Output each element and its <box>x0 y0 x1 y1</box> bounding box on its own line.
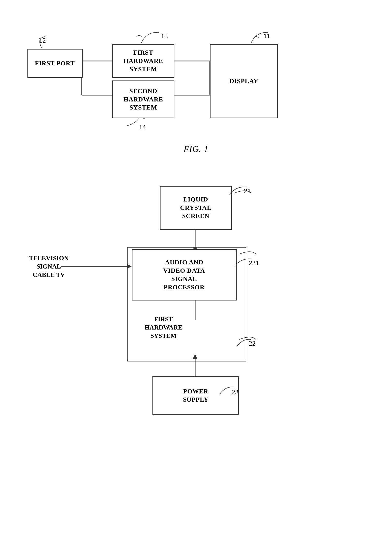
second-hw-box: SECOND HARDWARE SYSTEM <box>112 80 174 118</box>
power-supply-box: POWER SUPPLY <box>152 376 239 415</box>
lcd-label: LIQUID CRYSTAL SCREEN <box>180 195 211 220</box>
label-221: 221 <box>249 259 259 267</box>
display-box: DISPLAY <box>210 44 278 118</box>
lcd-box: LIQUID CRYSTAL SCREEN <box>160 186 232 230</box>
fig1-connectors <box>20 24 372 141</box>
label-14: 14 <box>139 123 146 131</box>
label-13: 13 <box>161 32 168 40</box>
label-11: 11 <box>263 32 270 40</box>
first-port-label: FIRST PORT <box>35 59 75 68</box>
first-port-box: FIRST PORT <box>27 49 83 78</box>
first-hw-inner-label: FIRST HARDWARE SYSTEM <box>139 315 188 340</box>
display-label: DISPLAY <box>230 77 259 85</box>
page: FIRST PORT 12 FIRST HARDWARE SYSTEM 13 S… <box>0 0 392 550</box>
label-12: 12 <box>39 37 46 44</box>
fig1-caption: FIG. 1 <box>20 144 372 154</box>
fig1-diagram: FIRST PORT 12 FIRST HARDWARE SYSTEM 13 S… <box>20 24 372 141</box>
first-hw-box: FIRST HARDWARE SYSTEM <box>112 44 174 78</box>
second-hw-label: SECOND HARDWARE SYSTEM <box>123 87 163 112</box>
audio-video-label: AUDIO AND VIDEO DATA SIGNAL PROCESSOR <box>163 258 205 291</box>
label-23: 23 <box>232 388 239 396</box>
power-supply-label: POWER SUPPLY <box>183 387 209 404</box>
first-hw-label: FIRST HARDWARE SYSTEM <box>113 49 174 73</box>
audio-video-box: AUDIO AND VIDEO DATA SIGNAL PROCESSOR <box>132 249 237 300</box>
fig2-diagram: TELEVISION SIGNAL CABLE TV LIQUID CRYSTA… <box>20 174 372 393</box>
tv-signal-label: TELEVISION SIGNAL CABLE TV <box>24 254 73 279</box>
label-22: 22 <box>249 340 256 347</box>
bracket-13 <box>139 30 163 45</box>
label-21: 21 <box>244 187 251 195</box>
